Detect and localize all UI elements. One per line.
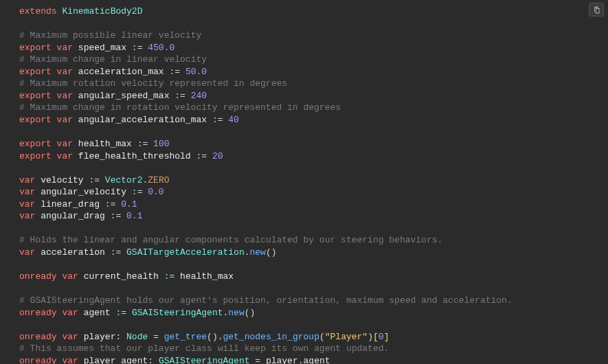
code-line: extends KinematicBody2D — [19, 5, 608, 18]
code-token: = — [218, 115, 229, 125]
code-line: var acceleration := GSAITargetAccelerati… — [19, 247, 608, 259]
code-token: export — [19, 139, 57, 149]
code-token: : — [212, 115, 218, 125]
code-line: export var flee_health_threshold := 20 — [19, 150, 608, 163]
code-token: new — [250, 247, 266, 258]
code-line: # Maximum possible linear velocity — [19, 30, 608, 42]
code-token: ZERO — [148, 175, 169, 185]
code-token: player — [84, 332, 116, 342]
code-token: onready — [19, 308, 62, 318]
code-token: export — [19, 67, 57, 77]
code-token: 100 — [153, 139, 169, 149]
code-token: # Maximum rotation velocity represented … — [19, 78, 287, 89]
code-token: health_max — [78, 139, 137, 149]
code-token: 40 — [228, 115, 239, 125]
code-token: : — [132, 43, 137, 53]
code-token: angular_velocity — [41, 187, 132, 197]
code-token: extends — [19, 6, 62, 16]
code-token: current_health — [84, 271, 164, 282]
code-token: [ — [373, 332, 379, 342]
copy-button[interactable] — [589, 3, 604, 16]
code-token: = — [180, 91, 191, 101]
code-token: : — [105, 199, 111, 209]
code-token: = — [115, 247, 126, 258]
code-token: acceleration_max — [78, 67, 170, 77]
code-token: Node — [126, 332, 148, 342]
code-token: var — [57, 91, 78, 101]
code-token: () — [245, 308, 256, 318]
code-token: = — [142, 139, 153, 149]
code-token: () — [266, 247, 277, 258]
code-line — [19, 223, 608, 235]
code-token: agent — [304, 356, 330, 364]
code-token: # Maximum change in linear velocity — [19, 54, 207, 65]
code-token: # GSAISteeringAgent holds our agent's po… — [19, 295, 513, 306]
code-token: get_nodes_in_group — [223, 332, 319, 342]
code-token: flee_health_threshold — [78, 151, 196, 161]
code-token: = — [250, 356, 266, 364]
code-token: var — [19, 175, 41, 185]
code-token: var — [19, 247, 41, 258]
code-token: = — [111, 199, 122, 209]
code-token: angular_drag — [41, 211, 110, 221]
code-token: = — [201, 151, 212, 161]
code-token: : — [148, 356, 159, 364]
code-line: export var angular_speed_max := 240 — [19, 90, 608, 102]
code-token: export — [19, 115, 57, 125]
code-token: angular_speed_max — [78, 91, 174, 101]
code-token: : — [115, 332, 126, 342]
code-line — [19, 18, 608, 30]
code-token: var — [57, 139, 78, 149]
code-token: onready — [19, 356, 62, 364]
code-token: health_max — [180, 271, 234, 282]
code-token: # Maximum change in rotation velocity re… — [19, 102, 341, 113]
code-token: : — [174, 91, 180, 101]
code-token: new — [228, 308, 244, 318]
code-token: (). — [207, 332, 223, 342]
code-token: "Player" — [325, 332, 368, 342]
code-token: = — [115, 211, 126, 221]
code-token: ( — [319, 332, 325, 342]
code-line — [19, 162, 608, 174]
code-token: . — [298, 356, 304, 364]
code-line: # Maximum change in linear velocity — [19, 54, 608, 66]
code-token: : — [132, 187, 137, 197]
code-token: var — [62, 356, 83, 364]
code-token: = — [94, 175, 105, 185]
code-token: 0.1 — [121, 199, 137, 209]
code-line: # GSAISteeringAgent holds our agent's po… — [19, 295, 608, 307]
code-token: GSAISteeringAgent — [132, 308, 223, 318]
code-line: # Holds the linear and angular component… — [19, 234, 608, 247]
code-token: 0 — [379, 332, 384, 342]
code-token: ] — [384, 332, 390, 342]
code-line — [19, 258, 608, 271]
code-token: . — [245, 247, 250, 258]
code-token: export — [19, 151, 57, 161]
code-token: export — [19, 91, 57, 101]
code-line: export var angular_acceleration_max := 4… — [19, 114, 608, 126]
code-token: velocity — [41, 175, 89, 185]
code-token: 0.1 — [126, 211, 142, 221]
code-line: onready var agent := GSAISteeringAgent.n… — [19, 307, 608, 319]
code-token: onready — [19, 271, 62, 282]
code-token: Vector2 — [105, 175, 143, 185]
code-token: export — [19, 43, 57, 53]
code-token: ) — [368, 332, 373, 342]
code-token: 20 — [212, 151, 223, 161]
code-line: var angular_drag := 0.1 — [19, 210, 608, 223]
code-token: var — [62, 271, 83, 282]
code-token: angular_acceleration_max — [78, 115, 212, 125]
code-token: speed_max — [78, 43, 132, 53]
code-token: var — [62, 308, 83, 318]
code-token: = — [137, 187, 148, 197]
code-line: export var acceleration_max := 50.0 — [19, 66, 608, 78]
code-token: KinematicBody2D — [62, 6, 142, 16]
code-line: var linear_drag := 0.1 — [19, 198, 608, 211]
code-token: acceleration — [41, 247, 110, 258]
code-token: # Holds the linear and angular component… — [19, 235, 442, 245]
code-line: var angular_velocity := 0.0 — [19, 186, 608, 198]
code-token: 240 — [191, 91, 207, 101]
code-line: var velocity := Vector2.ZERO — [19, 174, 608, 187]
code-line: onready var current_health := health_max — [19, 271, 608, 283]
code-token: agent — [84, 308, 116, 318]
